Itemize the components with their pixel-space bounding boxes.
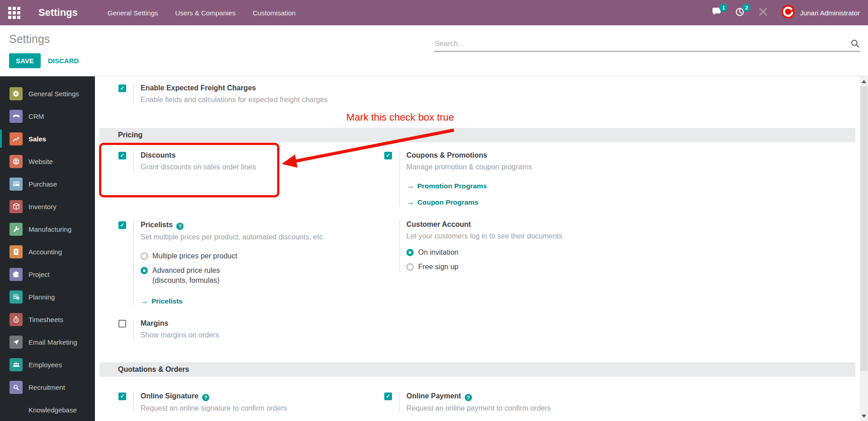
sidebar-item-label: Employees: [28, 361, 62, 369]
globe-icon: [9, 155, 23, 168]
margins-checkbox[interactable]: [118, 320, 126, 327]
setting-title: Customer Account: [406, 220, 562, 229]
sidebar-item-label: General Settings: [28, 90, 79, 98]
navbar-menu: General Settings Users & Companies Custo…: [106, 6, 297, 19]
user-name: Junari Administrator: [800, 9, 860, 17]
save-button[interactable]: SAVE: [9, 53, 41, 68]
svg-text:$: $: [15, 249, 17, 254]
sidebar-item-label: Knowledgebase: [28, 406, 77, 414]
sidebar-item-sales[interactable]: Sales: [0, 127, 95, 150]
sidebar-item-inventory[interactable]: Inventory: [0, 195, 95, 218]
sidebar-item-label: Email Marketing: [28, 338, 77, 346]
scroll-up-icon[interactable]: [860, 77, 868, 85]
sidebar-item-accounting[interactable]: $Accounting: [0, 240, 95, 263]
radio-free-sign-up[interactable]: Free sign up: [406, 262, 562, 271]
radio-icon: [141, 267, 148, 274]
radio-icon: [406, 263, 414, 271]
help-icon[interactable]: [465, 394, 472, 401]
section-header-quotations-orders: Quotations & Orders: [99, 362, 855, 377]
sidebar-item-project[interactable]: Project: [0, 263, 95, 285]
sidebar-item-label: Inventory: [28, 203, 57, 210]
credit-card-icon: [9, 178, 23, 191]
menu-general-settings[interactable]: General Settings: [106, 6, 160, 19]
puzzle-icon: [9, 268, 23, 281]
activities-button[interactable]: 2: [735, 7, 745, 19]
sidebar-item-timesheets[interactable]: Timesheets: [0, 308, 95, 331]
setting-desc: Show margins on orders: [141, 331, 219, 340]
setting-title: Enable Expected Freight Charges: [141, 84, 328, 93]
app-title[interactable]: Settings: [38, 7, 78, 19]
sidebar-item-email-marketing[interactable]: Email Marketing: [0, 331, 95, 353]
sales-chart-icon: [9, 132, 23, 145]
setting-online-payment: Online Payment Request an online payment…: [384, 392, 551, 413]
search-box: [434, 37, 860, 51]
promotion-programs-link[interactable]: Promotion Programs: [406, 182, 532, 191]
help-icon[interactable]: [202, 394, 209, 401]
discard-button[interactable]: DISCARD: [43, 53, 83, 68]
sidebar-item-recruitment[interactable]: Recruitment: [0, 376, 95, 398]
setting-desc: Enable fields and calculations for expec…: [141, 95, 328, 104]
setting-discounts: Discounts Grant discounts on sales order…: [118, 151, 256, 172]
setting-title-text: Pricelists: [141, 221, 173, 229]
setting-title: Pricelists: [141, 220, 325, 230]
top-navbar: Settings General Settings Users & Compan…: [0, 0, 868, 25]
sidebar-item-manufacturing[interactable]: Manufacturing: [0, 218, 95, 240]
menu-users-companies[interactable]: Users & Companies: [174, 6, 237, 19]
coupons-checkbox[interactable]: [384, 152, 392, 159]
planning-icon: [9, 290, 23, 304]
sidebar-item-crm[interactable]: CRM: [0, 105, 95, 127]
sidebar-item-label: Manufacturing: [28, 225, 71, 233]
sidebar-item-knowledgebase[interactable]: Knowledgebase: [0, 398, 95, 421]
scrollbar-thumb[interactable]: [860, 86, 868, 371]
online-payment-checkbox[interactable]: [384, 393, 392, 400]
search-icon[interactable]: [851, 39, 859, 50]
help-icon[interactable]: [176, 223, 184, 230]
magnifier-icon: [9, 381, 23, 394]
radio-multiple-prices[interactable]: Multiple prices per product: [141, 252, 325, 261]
crossed-tools-icon: [758, 7, 768, 19]
messages-button[interactable]: 1: [712, 7, 722, 18]
sidebar-item-label: Recruitment: [28, 384, 65, 391]
menu-customisation[interactable]: Customisation: [251, 6, 297, 19]
freight-checkbox[interactable]: [118, 84, 126, 92]
page-title: Settings: [9, 33, 50, 46]
scroll-down-icon[interactable]: [860, 412, 868, 420]
pricelists-link[interactable]: Pricelists: [141, 297, 325, 306]
discounts-checkbox[interactable]: [118, 152, 126, 159]
sidebar-item-label: Project: [28, 271, 50, 278]
radio-on-invitation[interactable]: On invitation: [406, 248, 562, 257]
radio-label: On invitation: [418, 248, 458, 257]
setting-title: Margins: [141, 319, 219, 328]
setting-pricelists: Pricelists Set multiple prices per produ…: [118, 220, 325, 306]
section-header-pricing: Pricing: [99, 128, 855, 142]
sidebar-item-planning[interactable]: Planning: [0, 285, 95, 308]
people-icon: [9, 358, 23, 371]
setting-margins: Margins Show margins on orders: [118, 319, 219, 340]
coupon-programs-link[interactable]: Coupon Programs: [406, 198, 532, 207]
online-signature-checkbox[interactable]: [118, 393, 126, 400]
developer-tools-button[interactable]: [758, 7, 768, 19]
sidebar-item-label: Accounting: [28, 248, 62, 256]
partial-link-arrow[interactable]: →: [406, 417, 414, 421]
radio-icon: [141, 253, 148, 260]
sidebar-item-label: Purchase: [28, 180, 57, 188]
apps-grid-icon[interactable]: [8, 7, 20, 19]
sidebar-item-general-settings[interactable]: General Settings: [0, 82, 95, 105]
messages-badge: 1: [719, 4, 727, 12]
vertical-scrollbar[interactable]: [860, 76, 868, 421]
sidebar-item-employees[interactable]: Employees: [0, 353, 95, 376]
control-panel: Settings SAVE DISCARD: [0, 25, 868, 76]
gear-icon: [9, 87, 23, 100]
setting-title: Discounts: [141, 151, 256, 160]
radio-advanced-price-rules[interactable]: Advanced price rules: [141, 266, 325, 275]
radio-icon: [406, 249, 414, 256]
sidebar-item-website[interactable]: Website: [0, 150, 95, 173]
setting-title-text: Online Signature: [141, 392, 198, 400]
radio-label: Advanced price rules: [152, 266, 220, 275]
user-menu[interactable]: Junari Administrator: [781, 5, 860, 21]
sidebar-item-purchase[interactable]: Purchase: [0, 173, 95, 195]
pricelists-checkbox[interactable]: [118, 221, 126, 229]
setting-desc: Request an online signature to confirm o…: [141, 404, 287, 413]
setting-customer-account: Customer Account Let your customers log …: [384, 220, 562, 271]
search-input[interactable]: [435, 38, 842, 50]
